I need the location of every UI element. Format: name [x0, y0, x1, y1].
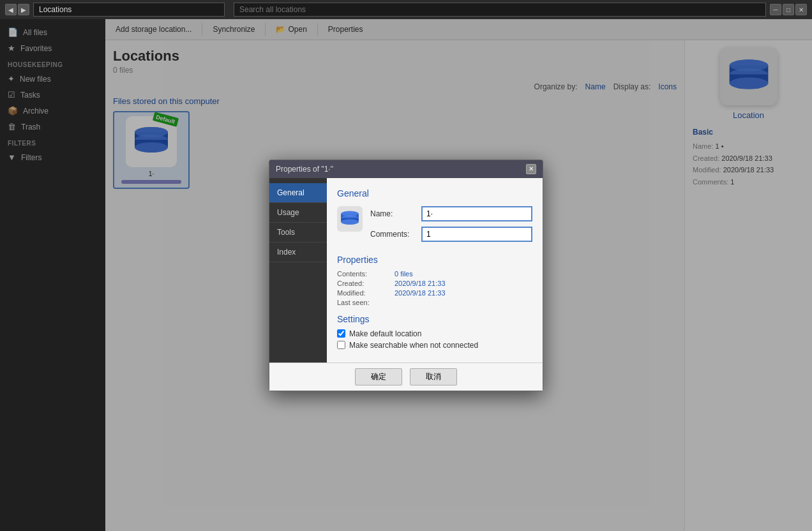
last-seen-key: Last seen: — [337, 299, 395, 306]
make-default-checkbox[interactable] — [337, 329, 345, 338]
properties-section: Properties Contents: 0 files Created: 20… — [337, 255, 532, 306]
contents-key: Contents: — [337, 270, 395, 278]
modified-key: Modified: — [337, 289, 395, 297]
dialog-title: Properties of "1·" — [276, 165, 333, 174]
search-input[interactable] — [234, 3, 766, 17]
comments-row: Comments: — [370, 227, 532, 242]
modified-value: 2020/9/18 21:33 — [395, 289, 446, 297]
created-key: Created: — [337, 280, 395, 287]
make-searchable-checkbox[interactable] — [337, 341, 345, 349]
props-title: Properties — [337, 255, 532, 265]
window-controls: ─ □ ✕ — [770, 4, 807, 15]
modal-overlay: Properties of "1·" ✕ General Usage Tools… — [0, 19, 812, 531]
dialog-body: General Usage Tools Index General — [269, 178, 543, 363]
comments-field-label: Comments: — [370, 230, 421, 239]
titlebar-left-controls: ◀ ▶ — [5, 4, 29, 15]
make-searchable-label: Make searchable when not connected — [349, 341, 478, 350]
created-value: 2020/9/18 21:33 — [395, 280, 446, 287]
comments-input[interactable] — [421, 227, 532, 242]
tab-usage[interactable]: Usage — [269, 203, 327, 223]
name-input[interactable] — [421, 206, 532, 221]
titlebar: ◀ ▶ ─ □ ✕ — [0, 0, 812, 19]
dialog-footer: 确定 取消 — [269, 363, 543, 391]
dialog-icon — [337, 206, 363, 232]
forward-button[interactable]: ▶ — [18, 4, 29, 15]
make-default-label: Make default location — [349, 329, 421, 338]
dialog-close-button[interactable]: ✕ — [526, 164, 536, 174]
dialog-tabs: General Usage Tools Index — [269, 178, 327, 363]
maximize-button[interactable]: □ — [783, 4, 794, 15]
name-field-label: Name: — [370, 209, 421, 218]
settings-section: Settings Make default location Make sear… — [337, 314, 532, 350]
dialog-titlebar: Properties of "1·" ✕ — [269, 160, 543, 178]
contents-value[interactable]: 0 files — [395, 270, 413, 278]
general-section-title: General — [337, 188, 532, 198]
dialog-content: General Name: — [327, 178, 543, 363]
cancel-button[interactable]: 取消 — [410, 368, 457, 385]
tab-index[interactable]: Index — [269, 243, 327, 262]
contents-row: Contents: 0 files — [337, 270, 532, 278]
minimize-button[interactable]: ─ — [770, 4, 781, 15]
name-comments-fields: Name: Comments: — [370, 206, 532, 247]
tab-tools[interactable]: Tools — [269, 223, 327, 243]
last-seen-row: Last seen: — [337, 299, 532, 306]
ok-button[interactable]: 确定 — [355, 368, 402, 385]
dialog-db-icon — [340, 210, 360, 228]
close-button[interactable]: ✕ — [795, 4, 807, 15]
properties-dialog: Properties of "1·" ✕ General Usage Tools… — [269, 160, 543, 391]
svg-point-16 — [341, 219, 359, 225]
tab-general[interactable]: General — [269, 183, 327, 203]
make-default-row: Make default location — [337, 329, 532, 338]
path-input[interactable] — [33, 3, 225, 17]
svg-point-17 — [341, 211, 359, 216]
settings-title: Settings — [337, 314, 532, 324]
make-searchable-row: Make searchable when not connected — [337, 341, 532, 350]
name-row: Name: — [370, 206, 532, 221]
created-row: Created: 2020/9/18 21:33 — [337, 280, 532, 287]
back-button[interactable]: ◀ — [5, 4, 17, 15]
modified-row: Modified: 2020/9/18 21:33 — [337, 289, 532, 297]
icon-section: Name: Comments: — [337, 206, 532, 247]
